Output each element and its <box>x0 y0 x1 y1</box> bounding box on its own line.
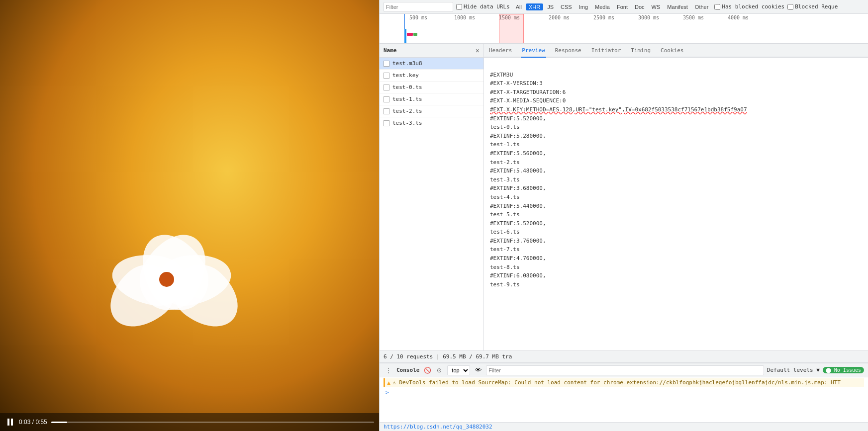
file-item-m3u8[interactable]: test.m3u8 <box>380 58 483 70</box>
has-blocked-cookies-text: Has blocked cookies <box>722 3 784 10</box>
file-checkbox-m3u8[interactable] <box>384 61 389 67</box>
no-issues-badge: ⬤ No Issues <box>823 367 864 373</box>
filter-tab-xhr[interactable]: XHR <box>526 3 543 10</box>
filter-tab-ws[interactable]: WS <box>649 3 664 10</box>
default-levels[interactable]: Default levels ▼ <box>767 367 820 373</box>
filter-tab-js[interactable]: JS <box>544 3 557 10</box>
console-icons: 🚫 ⊙ <box>422 365 444 375</box>
line-key: #EXT-X-KEY:METHOD=AES-128,URI="test.key"… <box>490 106 747 113</box>
console-filter-input[interactable] <box>486 365 764 375</box>
file-item-ts2[interactable]: test-2.ts <box>380 105 483 117</box>
file-item-ts1[interactable]: test-1.ts <box>380 93 483 105</box>
status-bar-text: 6 / 10 requests | 69.5 MB / 69.7 MB tra <box>384 353 512 360</box>
timeline-bar-2 <box>407 33 413 36</box>
file-checkbox-ts0[interactable] <box>384 85 389 90</box>
tab-response[interactable]: Response <box>554 44 582 58</box>
hide-data-urls-label: Hide data URLs <box>456 3 510 10</box>
filter-tab-img[interactable]: Img <box>576 3 591 10</box>
timeline-mark-2500: 2500 ms <box>593 15 614 20</box>
current-time: 0:03 <box>19 419 30 426</box>
pause-bar-2 <box>11 419 13 426</box>
pause-icon <box>7 419 13 426</box>
file-list-header: Name × <box>380 44 483 58</box>
flower-center <box>159 272 174 287</box>
file-item-ts3[interactable]: test-3.ts <box>380 117 483 129</box>
timeline-bar-1 <box>404 29 406 44</box>
line-rest: #EXTINF:5.520000, test-0.ts #EXTINF:5.28… <box>490 115 546 288</box>
file-checkbox-ts2[interactable] <box>384 108 389 114</box>
file-checkbox-ts3[interactable] <box>384 120 389 126</box>
flower-decoration <box>99 212 249 371</box>
has-blocked-cookies-label: Has blocked cookies <box>714 3 784 10</box>
file-item-name-ts1: test-1.ts <box>392 96 422 102</box>
console-content: ▲ ⚠ DevTools failed to load SourceMap: C… <box>380 377 868 422</box>
hide-data-urls-text: Hide data URLs <box>464 3 510 10</box>
file-list: Name × test.m3u8 test.key test-0.ts <box>380 44 484 350</box>
filter-tab-media[interactable]: Media <box>592 3 613 10</box>
filter-tab-css[interactable]: CSS <box>558 3 575 10</box>
line-extm3u: #EXTM3U #EXT-X-VERSION:3 #EXT-X-TARGETDU… <box>490 72 566 104</box>
console-toolbar: ⋮ Console 🚫 ⊙ top 👁 Default levels ▼ ⬤ N… <box>380 363 868 377</box>
filter-tab-manifest[interactable]: Manifest <box>664 3 691 10</box>
timeline-mark-3500: 3500 ms <box>683 15 704 20</box>
context-select[interactable]: top <box>447 365 470 375</box>
blocked-reqs-checkbox[interactable] <box>787 4 793 10</box>
tab-preview[interactable]: Preview <box>521 44 546 58</box>
blocked-reqs-text: Blocked Reque <box>795 3 838 10</box>
eye-button[interactable]: 👁 <box>473 365 483 375</box>
console-panel: ⋮ Console 🚫 ⊙ top 👁 Default levels ▼ ⬤ N… <box>380 362 868 422</box>
close-button[interactable]: × <box>476 47 480 54</box>
hide-data-urls-checkbox[interactable] <box>456 4 462 10</box>
response-tabs: Headers Preview Response Initiator Timin… <box>484 44 868 58</box>
filter-tabs: All XHR JS CSS Img Media Font Doc WS Man… <box>513 3 712 10</box>
tab-headers[interactable]: Headers <box>488 44 513 58</box>
file-item-name-ts3: test-3.ts <box>392 120 422 126</box>
time-display: 0:03 / 0:55 <box>19 419 47 426</box>
response-content: #EXTM3U #EXT-X-VERSION:3 #EXT-X-TARGETDU… <box>484 58 868 350</box>
timeline-mark-500: 500 ms <box>409 15 427 20</box>
filter-tab-other[interactable]: Other <box>692 3 712 10</box>
video-controls: 0:03 / 0:55 <box>0 413 379 431</box>
network-body: Name × test.m3u8 test.key test-0.ts <box>380 44 868 350</box>
tab-initiator[interactable]: Initiator <box>590 44 622 58</box>
console-prompt: > <box>384 388 864 397</box>
timeline-mark-3000: 3000 ms <box>638 15 659 20</box>
filter-input[interactable] <box>384 2 453 12</box>
video-background <box>0 0 379 431</box>
file-item-name-m3u8: test.m3u8 <box>392 60 422 67</box>
timeline-selection <box>499 14 524 43</box>
filter-tab-font[interactable]: Font <box>614 3 631 10</box>
file-item-name-ts0: test-0.ts <box>392 84 422 90</box>
response-panel: Headers Preview Response Initiator Timin… <box>484 44 868 350</box>
file-checkbox-key[interactable] <box>384 73 389 79</box>
main-layout: 0:03 / 0:55 Hide data URLs All XHR JS CS… <box>0 0 868 431</box>
clear-console-button[interactable]: 🚫 <box>422 365 432 375</box>
progress-bar[interactable] <box>51 422 374 423</box>
timeline-mark-4000: 4000 ms <box>728 15 749 20</box>
has-blocked-cookies-checkbox[interactable] <box>714 4 720 10</box>
bottom-url-text: https://blog.csdn.net/qq_34882032 <box>384 424 492 430</box>
console-warning-message: ▲ ⚠ DevTools failed to load SourceMap: C… <box>384 378 864 387</box>
warning-text: ⚠ DevTools failed to load SourceMap: Cou… <box>392 379 841 386</box>
file-item-ts0[interactable]: test-0.ts <box>380 82 483 93</box>
file-item-name-key: test.key <box>392 72 419 79</box>
timeline-mark-1000: 1000 ms <box>454 15 475 20</box>
file-checkbox-ts1[interactable] <box>384 96 389 102</box>
console-menu-icon[interactable]: ⋮ <box>384 365 393 375</box>
network-toolbar: Hide data URLs All XHR JS CSS Img Media … <box>380 0 868 14</box>
tab-cookies[interactable]: Cookies <box>660 44 684 58</box>
network-status-bar: 6 / 10 requests | 69.5 MB / 69.7 MB tra <box>380 350 868 362</box>
pause-button[interactable] <box>5 417 15 427</box>
warning-icon: ▲ <box>387 379 390 386</box>
tab-timing[interactable]: Timing <box>630 44 652 58</box>
devtools-panel: Hide data URLs All XHR JS CSS Img Media … <box>379 0 868 431</box>
bottom-url-bar: https://blog.csdn.net/qq_34882032 <box>380 422 868 431</box>
file-item-key[interactable]: test.key <box>380 70 483 82</box>
filter-tab-all[interactable]: All <box>513 3 525 10</box>
file-item-name-ts2: test-2.ts <box>392 108 422 114</box>
blocked-reqs-label: Blocked Reque <box>787 3 838 10</box>
preserve-log-button[interactable]: ⊙ <box>434 365 444 375</box>
video-area: 0:03 / 0:55 <box>0 0 379 431</box>
timeline-mark-2000: 2000 ms <box>549 15 570 20</box>
filter-tab-doc[interactable]: Doc <box>632 3 648 10</box>
